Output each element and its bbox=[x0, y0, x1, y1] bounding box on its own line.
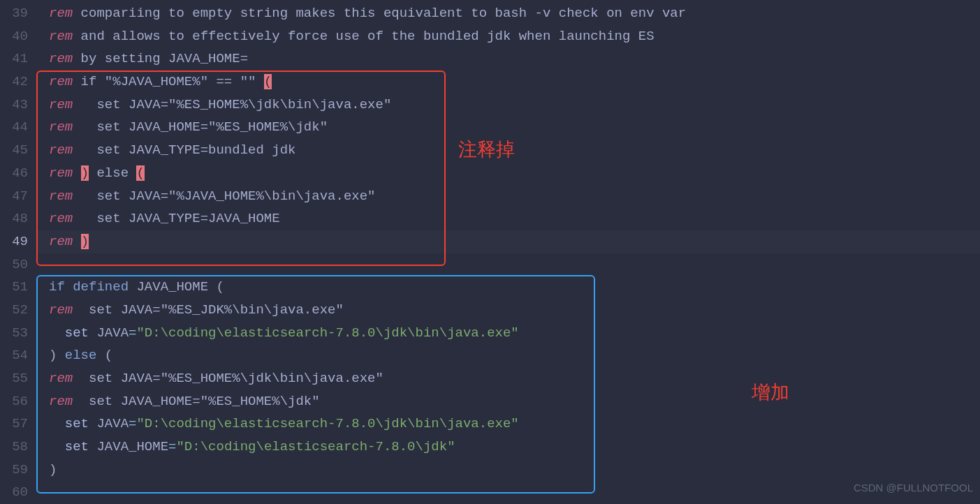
code-line[interactable]: rem ) else ( bbox=[49, 162, 980, 185]
line-number: 41 bbox=[0, 47, 28, 71]
string-literal: "D:\coding\elasticsearch-7.8.0\jdk" bbox=[176, 439, 455, 454]
space bbox=[65, 279, 73, 295]
line-number: 42 bbox=[0, 71, 28, 94]
indent bbox=[49, 439, 65, 454]
identifier: JAVA_HOME bbox=[96, 439, 168, 454]
line-number: 56 bbox=[0, 390, 28, 413]
line-number: 50 bbox=[0, 253, 28, 276]
line-number: 49 bbox=[0, 230, 28, 253]
code-area[interactable]: rem compariing to empty string makes thi… bbox=[38, 0, 980, 504]
rem-keyword: rem bbox=[49, 51, 73, 66]
line-number: 44 bbox=[0, 116, 28, 139]
annotation-label-comment-out: 注释掉 bbox=[458, 138, 515, 161]
rem-keyword: rem bbox=[49, 74, 73, 89]
space bbox=[89, 416, 96, 431]
comment-text: set JAVA_TYPE=bundled jdk bbox=[73, 142, 295, 158]
code-line[interactable]: rem and allows to effectively force use … bbox=[49, 25, 980, 48]
line-number: 40 bbox=[0, 25, 28, 48]
space bbox=[89, 325, 96, 341]
code-line[interactable]: rem set JAVA="%ES_HOME%\jdk\bin\java.exe… bbox=[49, 94, 980, 117]
equals: = bbox=[168, 439, 176, 454]
identifier: JAVA bbox=[96, 325, 129, 341]
code-line[interactable]: rem set JAVA_TYPE=JAVA_HOME bbox=[49, 207, 980, 230]
code-line[interactable]: rem set JAVA_HOME="%ES_HOME%\jdk" bbox=[49, 116, 980, 139]
code-line[interactable]: if defined JAVA_HOME ( bbox=[49, 276, 980, 299]
code-line[interactable]: rem set JAVA_HOME="%ES_HOME%\jdk" bbox=[49, 390, 980, 413]
code-line[interactable]: rem by setting JAVA_HOME= bbox=[49, 47, 980, 71]
rem-keyword: rem bbox=[49, 211, 73, 226]
comment-text: else bbox=[89, 165, 136, 181]
set-keyword: set bbox=[65, 325, 89, 341]
comment-text: and allows to effectively force use of t… bbox=[73, 29, 654, 44]
string-literal: "D:\coding\elasticsearch-7.8.0\jdk\bin\j… bbox=[136, 325, 518, 341]
comment-text: set JAVA_HOME="%ES_HOME%\jdk" bbox=[73, 119, 328, 135]
set-keyword: set bbox=[65, 439, 89, 454]
comment-text: set JAVA_TYPE=JAVA_HOME bbox=[73, 211, 279, 226]
rem-keyword: rem bbox=[49, 394, 73, 409]
line-number: 43 bbox=[0, 94, 28, 117]
rem-keyword: rem bbox=[49, 302, 73, 318]
line-number: 57 bbox=[0, 413, 28, 436]
code-line-empty[interactable] bbox=[49, 253, 980, 276]
code-line[interactable]: set JAVA_HOME="D:\coding\elasticsearch-7… bbox=[49, 436, 980, 459]
comment-text: set JAVA="%ES_JDK%\bin\java.exe" bbox=[73, 302, 344, 318]
indent bbox=[49, 325, 65, 341]
code-line[interactable]: rem set JAVA="%ES_JDK%\bin\java.exe" bbox=[49, 299, 980, 322]
equals: = bbox=[129, 325, 136, 341]
code-line[interactable]: ) bbox=[49, 459, 980, 482]
code-line[interactable]: rem set JAVA="%ES_HOME%\jdk\bin\java.exe… bbox=[49, 367, 980, 390]
paren-close: ) bbox=[49, 462, 57, 477]
rem-keyword: rem bbox=[49, 234, 73, 249]
space bbox=[73, 165, 80, 181]
rem-keyword: rem bbox=[49, 142, 73, 158]
identifier: JAVA_HOME bbox=[136, 279, 216, 295]
line-number: 52 bbox=[0, 299, 28, 322]
code-line-empty[interactable] bbox=[49, 481, 980, 504]
code-line[interactable]: set JAVA="D:\coding\elasticsearch-7.8.0\… bbox=[49, 413, 980, 436]
comment-text: set JAVA="%JAVA_HOME%\bin\java.exe" bbox=[73, 188, 375, 204]
space bbox=[89, 439, 96, 454]
comment-text: if "%JAVA_HOME%" == "" bbox=[73, 74, 264, 89]
code-line[interactable]: set JAVA="D:\coding\elasticsearch-7.8.0\… bbox=[49, 322, 980, 345]
rem-keyword: rem bbox=[49, 6, 73, 21]
defined-keyword: defined bbox=[73, 279, 129, 295]
paren-open: ( bbox=[216, 279, 224, 295]
rem-keyword: rem bbox=[49, 97, 73, 112]
line-number: 45 bbox=[0, 139, 28, 162]
if-keyword: if bbox=[49, 279, 65, 295]
rem-keyword: rem bbox=[49, 165, 73, 181]
space bbox=[129, 279, 136, 295]
line-number: 47 bbox=[0, 185, 28, 208]
paren-close: ) bbox=[49, 348, 57, 363]
line-number: 58 bbox=[0, 436, 28, 459]
paren-close-error: ) bbox=[81, 234, 89, 249]
code-line[interactable]: rem set JAVA="%JAVA_HOME%\bin\java.exe" bbox=[49, 185, 980, 208]
line-number: 53 bbox=[0, 322, 28, 345]
watermark: CSDN @FULLNOTFOOL bbox=[854, 477, 973, 500]
comment-text: set JAVA="%ES_HOME%\jdk\bin\java.exe" bbox=[73, 97, 391, 112]
paren-open-error: ( bbox=[136, 165, 144, 181]
line-number-gutter: 3940414243444546474849505152535455565758… bbox=[0, 0, 38, 504]
line-number: 39 bbox=[0, 2, 28, 25]
code-line[interactable]: ) else ( bbox=[49, 344, 980, 367]
code-line[interactable]: rem if "%JAVA_HOME%" == "" ( bbox=[49, 71, 980, 94]
annotation-label-add: 增加 bbox=[752, 381, 789, 404]
code-editor[interactable]: 3940414243444546474849505152535455565758… bbox=[0, 0, 980, 504]
comment-text: by setting JAVA_HOME= bbox=[73, 51, 248, 66]
identifier: JAVA bbox=[96, 416, 129, 431]
paren-close-error: ) bbox=[81, 165, 89, 181]
set-keyword: set bbox=[65, 416, 89, 431]
paren-open: ( bbox=[105, 348, 112, 363]
line-number: 59 bbox=[0, 459, 28, 482]
comment-text: set JAVA_HOME="%ES_HOME%\jdk" bbox=[73, 394, 319, 409]
line-number: 60 bbox=[0, 481, 28, 504]
comment-text: compariing to empty string makes this eq… bbox=[73, 6, 686, 21]
line-number: 55 bbox=[0, 367, 28, 390]
else-keyword: else bbox=[65, 348, 97, 363]
line-number: 46 bbox=[0, 162, 28, 185]
code-line[interactable]: rem ) bbox=[49, 230, 980, 253]
code-line[interactable]: rem compariing to empty string makes thi… bbox=[49, 2, 980, 25]
equals: = bbox=[129, 416, 136, 431]
rem-keyword: rem bbox=[49, 371, 73, 386]
line-number: 48 bbox=[0, 207, 28, 230]
